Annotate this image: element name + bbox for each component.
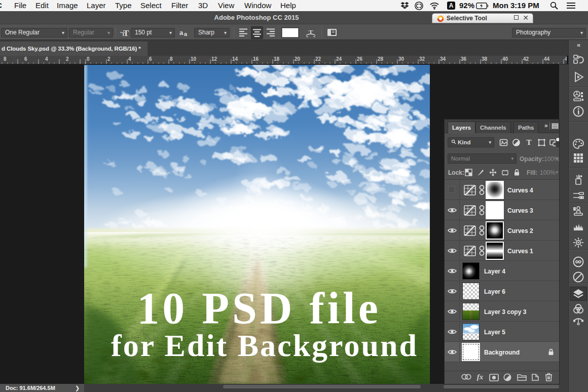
svg-text:a: a — [179, 29, 183, 36]
svg-text:T: T — [123, 28, 129, 37]
svg-text:a: a — [184, 31, 188, 36]
svg-text:fx: fx — [477, 373, 484, 381]
svg-text:T: T — [526, 138, 531, 146]
svg-text:T: T — [309, 28, 313, 36]
